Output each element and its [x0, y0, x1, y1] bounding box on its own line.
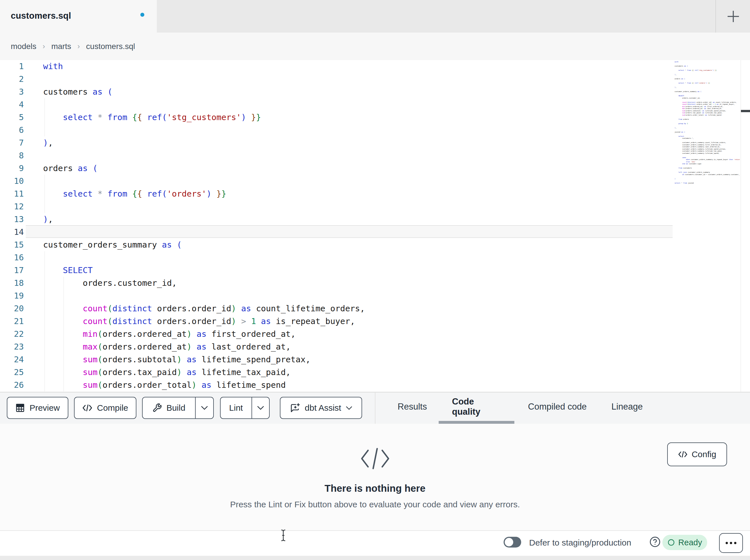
line-number: 11 [0, 188, 24, 200]
ready-status-badge[interactable]: Ready [663, 535, 707, 550]
build-button[interactable]: Build [143, 403, 195, 413]
minimap-line: customer_orders_summary.first_ordered_at… [675, 144, 740, 146]
config-button[interactable]: Config [667, 442, 727, 466]
code-lines[interactable]: with customers as ( select * from {{ ref… [43, 60, 365, 392]
lint-dropdown-button[interactable] [252, 406, 269, 410]
minimap-line: left join customer_orders_summary [675, 171, 740, 174]
breadcrumb-item-marts[interactable]: marts [51, 42, 71, 51]
breadcrumb: models › marts › customers.sql [11, 33, 135, 60]
lint-button[interactable]: Lint [221, 403, 252, 413]
minimap[interactable]: with customers as ( select * from {{ ref… [675, 61, 740, 184]
minimap-line: SELECT [675, 95, 740, 97]
compile-button[interactable]: Compile [74, 397, 136, 419]
code-line[interactable]: orders as ( [43, 162, 365, 175]
code-line[interactable]: ), [43, 137, 365, 149]
code-line[interactable] [43, 226, 365, 238]
code-line[interactable]: sum(orders.order_total) as lifetime_spen… [43, 379, 365, 392]
minimap-line: customer_orders_summary as ( [675, 91, 740, 93]
line-number: 16 [0, 251, 24, 264]
code-line[interactable]: sum(orders.subtotal) as lifetime_spend_p… [43, 353, 365, 366]
code-line[interactable]: with [43, 60, 365, 73]
line-number: 5 [0, 111, 24, 124]
code-line[interactable]: select * from {{ ref('stg_customers') }} [43, 111, 365, 124]
empty-state-title: There is nothing here [0, 483, 750, 494]
build-split-button: Build [142, 397, 214, 419]
minimap-line: orders.customer_id, [675, 97, 740, 99]
defer-toggle[interactable] [504, 537, 521, 547]
code-line[interactable] [43, 200, 365, 213]
minimap-line: ), [675, 86, 740, 89]
scrollbar-thumb[interactable] [741, 110, 750, 112]
minimap-line: group by 1 [675, 123, 740, 125]
minimap-line [675, 84, 740, 87]
minimap-line [675, 133, 740, 136]
code-line[interactable]: SELECT [43, 264, 365, 277]
tab-code-quality-label: Code quality [452, 397, 502, 417]
line-number: 6 [0, 124, 24, 137]
tab-lineage[interactable]: Lineage [611, 393, 644, 421]
minimap-line: customer_orders_summary.count_lifetime_o… [675, 142, 740, 144]
text-cursor-pointer [280, 529, 287, 542]
build-dropdown-button[interactable] [196, 406, 213, 410]
code-line[interactable] [43, 175, 365, 188]
code-line[interactable]: count(distinct orders.order_id) as count… [43, 302, 365, 315]
breadcrumb-item-models[interactable]: models [11, 42, 36, 51]
action-toolbar: Preview Compile Build Lint [0, 392, 750, 424]
minimap-line: customers.*, [675, 138, 740, 140]
code-line[interactable]: count(distinct orders.order_id) > 1 as i… [43, 315, 365, 328]
code-line[interactable] [43, 290, 365, 302]
preview-button[interactable]: Preview [7, 397, 68, 419]
tab-compiled-code[interactable]: Compiled code [526, 393, 588, 421]
line-number: 20 [0, 302, 24, 315]
help-icon[interactable] [649, 536, 661, 547]
minimap-line: select * from joined [675, 182, 740, 184]
minimap-line: select * from {{ ref('orders') }} [675, 82, 740, 84]
tab-results[interactable]: Results [396, 393, 428, 421]
dbt-assist-button[interactable]: dbt Assist [280, 397, 362, 419]
line-number: 4 [0, 98, 24, 111]
line-number-gutter: 1234567891011121314151617181920212223242… [0, 60, 24, 392]
code-line[interactable] [43, 149, 365, 162]
code-line[interactable]: customers as ( [43, 86, 365, 98]
line-number: 26 [0, 379, 24, 392]
code-line[interactable] [43, 98, 365, 111]
code-line[interactable]: select * from {{ ref('orders') }} [43, 188, 365, 200]
minimap-line: orders as ( [675, 78, 740, 80]
build-button-label: Build [166, 403, 185, 413]
line-number: 23 [0, 340, 24, 353]
editor-file-tab[interactable]: customers.sql [0, 0, 157, 33]
dbt-ide-window: customers.sql models › marts › customers… [0, 0, 750, 560]
code-line[interactable]: orders.customer_id, [43, 277, 365, 290]
code-line[interactable] [43, 73, 365, 86]
minimap-line: customer_orders_summary.lifetime_spend, [675, 152, 740, 155]
minimap-line [675, 165, 740, 167]
code-line[interactable] [43, 251, 365, 264]
minimap-line [675, 175, 740, 178]
minimap-line [675, 99, 740, 101]
breadcrumb-separator: › [77, 42, 80, 51]
code-line[interactable]: max(orders.ordered_at) as last_ordered_a… [43, 340, 365, 353]
minimap-line [675, 125, 740, 127]
breadcrumb-item-file[interactable]: customers.sql [86, 42, 135, 51]
code-line[interactable] [43, 124, 365, 137]
minimap-line: when customer_orders_summary.is_repeat_b… [675, 159, 740, 161]
unsaved-changes-dot-icon [140, 13, 144, 17]
code-line[interactable]: ), [43, 213, 365, 226]
code-line[interactable]: customer_orders_summary as ( [43, 238, 365, 251]
code-editor[interactable]: 1234567891011121314151617181920212223242… [0, 60, 750, 392]
more-options-button[interactable] [719, 533, 743, 553]
ready-status-label: Ready [678, 538, 702, 547]
tab-code-quality[interactable]: Code quality [452, 393, 502, 421]
breadcrumb-bar: models › marts › customers.sql Save [0, 33, 750, 60]
dbt-assist-button-label: dbt Assist [305, 403, 341, 413]
lint-button-label: Lint [229, 403, 243, 412]
minimap-line: on customers.customer_id = customer_orde… [675, 174, 740, 176]
status-bar: Defer to staging/production Ready [0, 531, 750, 556]
line-number: 13 [0, 213, 24, 226]
code-brackets-icon [359, 447, 391, 471]
new-tab-button[interactable] [725, 8, 742, 25]
code-line[interactable]: min(orders.ordered_at) as first_ordered_… [43, 328, 365, 340]
compile-button-label: Compile [97, 403, 128, 413]
minimap-line [675, 89, 740, 91]
code-line[interactable]: sum(orders.tax_paid) as lifetime_tax_pai… [43, 366, 365, 379]
